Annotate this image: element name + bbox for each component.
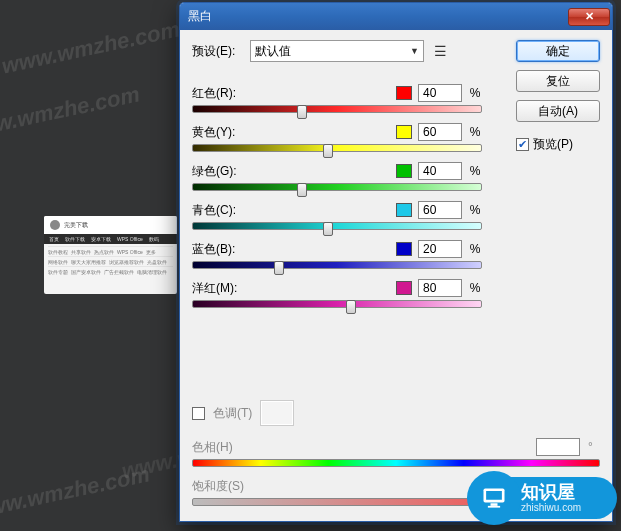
site-tab: 首页	[48, 236, 60, 242]
svg-rect-4	[488, 506, 500, 508]
color-input-blue[interactable]	[418, 240, 462, 258]
preset-options-button[interactable]: ☰	[430, 41, 450, 61]
color-label-magenta: 洋红(M):	[192, 280, 390, 297]
monitor-icon: ?	[479, 484, 509, 512]
color-row-red: 红色(R):%	[192, 84, 482, 113]
close-icon: ✕	[585, 10, 594, 23]
site-tab: 软件下载	[64, 236, 86, 242]
color-slider-cyan[interactable]	[192, 222, 482, 230]
color-swatch-red	[396, 86, 412, 100]
preset-label: 预设(E):	[192, 43, 244, 60]
tint-checkbox[interactable]: ✔	[192, 407, 205, 420]
close-button[interactable]: ✕	[568, 8, 610, 26]
color-slider-yellow[interactable]	[192, 144, 482, 152]
color-label-cyan: 青色(C):	[192, 202, 390, 219]
preset-value: 默认值	[255, 43, 291, 60]
black-white-dialog: 黑白 ✕ 预设(E): 默认值 ▼ ☰ 确定 复位 自动(A)	[179, 2, 613, 522]
color-label-red: 红色(R):	[192, 85, 390, 102]
slider-thumb-green[interactable]	[297, 183, 307, 197]
site-row: 网络软件聊天大家用推荐浏览器推荐软件光盘软件	[48, 256, 173, 266]
hue-unit: °	[588, 440, 600, 454]
hue-slider[interactable]	[192, 459, 600, 467]
color-label-yellow: 黄色(Y):	[192, 124, 390, 141]
ok-button[interactable]: 确定	[516, 40, 600, 62]
auto-button[interactable]: 自动(A)	[516, 100, 600, 122]
color-swatch-yellow	[396, 125, 412, 139]
color-row-cyan: 青色(C):%	[192, 201, 482, 230]
color-input-magenta[interactable]	[418, 279, 462, 297]
menu-icon: ☰	[434, 43, 447, 59]
site-logo-icon	[50, 220, 60, 230]
slider-thumb-red[interactable]	[297, 105, 307, 119]
color-input-cyan[interactable]	[418, 201, 462, 219]
badge-cn: 知识屋	[521, 483, 617, 501]
color-row-magenta: 洋红(M):%	[192, 279, 482, 308]
percent-sign: %	[468, 164, 482, 178]
site-tab: WPS Office	[116, 236, 144, 242]
color-input-green[interactable]	[418, 162, 462, 180]
preset-select[interactable]: 默认值 ▼	[250, 40, 424, 62]
dialog-body: 预设(E): 默认值 ▼ ☰ 确定 复位 自动(A) ✔ 预览(P)	[180, 30, 612, 521]
slider-thumb-blue[interactable]	[274, 261, 284, 275]
color-sliders: 红色(R):%黄色(Y):%绿色(G):%青色(C):%蓝色(B):%洋红(M)…	[192, 84, 482, 318]
site-tabs: 首页 软件下载 安卓下载 WPS Office 数码	[44, 234, 177, 244]
color-label-green: 绿色(G):	[192, 163, 390, 180]
hue-input[interactable]	[536, 438, 580, 456]
reset-button[interactable]: 复位	[516, 70, 600, 92]
preview-checkbox[interactable]: ✔	[516, 138, 529, 151]
background-webpage: 完美下载 首页 软件下载 安卓下载 WPS Office 数码 软件教程共享软件…	[44, 216, 177, 294]
slider-thumb-cyan[interactable]	[323, 222, 333, 236]
percent-sign: %	[468, 86, 482, 100]
color-input-red[interactable]	[418, 84, 462, 102]
watermark: www.wmzhe.com	[0, 81, 142, 144]
site-tab: 数码	[148, 236, 160, 242]
color-slider-red[interactable]	[192, 105, 482, 113]
color-row-green: 绿色(G):%	[192, 162, 482, 191]
app-canvas: www.wmzhe.com www.wmzhe.com www.wmzhe.co…	[0, 0, 621, 531]
site-row: 软件专题国产安卓软件广告拦截软件电脑清理软件	[48, 266, 173, 276]
site-tab: 安卓下载	[90, 236, 112, 242]
svg-text:?: ?	[491, 491, 496, 501]
hue-label: 色相(H)	[192, 439, 528, 456]
percent-sign: %	[468, 203, 482, 217]
percent-sign: %	[468, 242, 482, 256]
watermark: www.wmzhe.com	[0, 461, 152, 524]
preview-label: 预览(P)	[533, 136, 573, 153]
chevron-down-icon: ▼	[410, 46, 419, 56]
color-swatch-magenta	[396, 281, 412, 295]
svg-rect-3	[491, 503, 498, 506]
site-row: 软件教程共享软件热点软件WPS Office更多	[48, 246, 173, 256]
tint-color-swatch[interactable]	[260, 400, 294, 426]
color-row-blue: 蓝色(B):%	[192, 240, 482, 269]
percent-sign: %	[468, 125, 482, 139]
color-swatch-blue	[396, 242, 412, 256]
color-swatch-cyan	[396, 203, 412, 217]
color-slider-magenta[interactable]	[192, 300, 482, 308]
slider-thumb-yellow[interactable]	[323, 144, 333, 158]
badge-en: zhishiwu.com	[521, 501, 617, 514]
color-row-yellow: 黄色(Y):%	[192, 123, 482, 152]
color-slider-green[interactable]	[192, 183, 482, 191]
site-title: 完美下载	[64, 221, 88, 230]
zhishiwu-badge: 知识屋 zhishiwu.com ?	[467, 467, 617, 527]
watermark: www.wmzhe.com	[0, 16, 182, 79]
slider-thumb-magenta[interactable]	[346, 300, 356, 314]
dialog-title: 黑白	[188, 8, 212, 25]
color-swatch-green	[396, 164, 412, 178]
tint-label: 色调(T)	[213, 405, 252, 422]
titlebar[interactable]: 黑白 ✕	[180, 3, 612, 30]
percent-sign: %	[468, 281, 482, 295]
color-label-blue: 蓝色(B):	[192, 241, 390, 258]
color-input-yellow[interactable]	[418, 123, 462, 141]
color-slider-blue[interactable]	[192, 261, 482, 269]
